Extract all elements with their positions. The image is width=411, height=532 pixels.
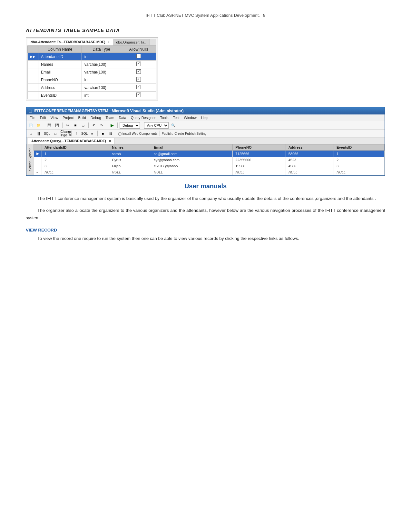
toolbar-sep6 — [142, 123, 142, 128]
result-row-name: Cyrus — [109, 157, 151, 163]
result-row-indicator — [34, 163, 42, 169]
vs-window: □ IFITTCONFERENCEMANAGENTSYSTEM - Micros… — [26, 107, 385, 176]
result-row-email: sa@gmail.com — [151, 151, 233, 157]
schema-row-colname: EventsID — [38, 92, 82, 99]
vs-doc-tab[interactable]: Attendant: Query(...TEMDBDATABASE.MDF) × — [28, 138, 114, 144]
toolbar2-sql2-btn[interactable]: SQL — [81, 130, 88, 137]
toolbar2-install-web: ◯ Install Web Components — [118, 132, 158, 135]
schema-container: dbo.Attendant: Ta...TEMDBDATABASE.MDF) ×… — [26, 37, 158, 101]
toolbar2-grid-btn[interactable]: ☷ — [107, 130, 114, 137]
schema-row-indicator — [28, 68, 38, 76]
schema-tab-bar: dbo.Attendant: Ta...TEMDBDATABASE.MDF) ×… — [27, 39, 156, 46]
toolbar-copy-btn[interactable]: ◙ — [72, 122, 79, 129]
toolbar-sep4 — [107, 123, 107, 128]
schema-row-indicator — [28, 76, 38, 84]
result-row-address: 4523 — [286, 157, 334, 163]
result-row-email: el2017@yahoo.... — [151, 163, 233, 169]
result-row-email: NULL — [151, 169, 233, 175]
header-title: IFITT Club ASP.NET MVC System Applicatio… — [146, 13, 260, 18]
vs-titlebar: □ IFITTCONFERENCEMANAGENTSYSTEM - Micros… — [26, 107, 385, 114]
menu-team[interactable]: Team — [104, 115, 116, 120]
schema-tab2[interactable]: dbo.Organizer: Ta.. — [113, 39, 150, 45]
vs-menubar: File Edit View Project Build Debug Team … — [26, 114, 385, 121]
toolbar2-sep3 — [97, 131, 98, 136]
schema-checkbox — [136, 54, 141, 58]
schema-checkbox — [136, 93, 141, 97]
menu-tools[interactable]: Tools — [158, 115, 171, 120]
schema-col-type-header: Data Type — [82, 46, 121, 53]
schema-tab1[interactable]: dbo.Attendant: Ta...TEMDBDATABASE.MDF) × — [27, 39, 113, 45]
toolbar2-btn2[interactable]: ||| — [35, 130, 42, 137]
schema-row-indicator — [28, 84, 38, 92]
result-row-id: 3 — [42, 163, 109, 169]
toolbar2-exclaim-btn[interactable]: ! — [73, 130, 80, 137]
schema-checkbox — [136, 77, 141, 82]
toolbar-saveall-btn[interactable]: 💾 — [54, 122, 60, 129]
menu-debug[interactable]: Debug — [89, 115, 103, 120]
schema-checkbox — [136, 85, 141, 89]
schema-row-datatype: varchar(100) — [82, 84, 121, 92]
vs-toolbar2: □ ||| SQL □ Change Type ▼ ! SQL ≡ ■ ☷ ◯ … — [26, 130, 385, 138]
menu-build[interactable]: Build — [76, 115, 88, 120]
menu-file[interactable]: File — [28, 115, 37, 120]
result-table-wrapper: AttendantsID Names Email PhoneNO Address… — [34, 144, 385, 175]
schema-row-allownull — [121, 61, 156, 68]
toolbar2-arrow-btn[interactable]: ■ — [100, 130, 106, 137]
schema-row-datatype: varchar(100) — [82, 61, 121, 68]
result-row-address: NULL — [286, 169, 334, 175]
menu-query-designer[interactable]: Query Designer — [129, 115, 158, 120]
result-col-attendantsid: AttendantsID — [42, 144, 109, 151]
toolbar-paste-btn[interactable]: ◡ — [80, 122, 86, 129]
menu-window[interactable]: Window — [182, 115, 199, 120]
toolbar-cpu-select[interactable]: Any CPU — [144, 122, 169, 129]
menu-help[interactable]: Help — [199, 115, 210, 120]
menu-edit[interactable]: Edit — [38, 115, 48, 120]
result-row-name: sarah — [109, 151, 151, 157]
schema-row-indicator — [28, 92, 38, 99]
section-title: ATTENDANTS TABLE SAMPLE DATA — [26, 27, 385, 33]
vs-doc-tab-close[interactable]: × — [109, 139, 111, 143]
result-col-indicator — [34, 144, 42, 151]
toolbar-cut-btn[interactable]: ✂ — [64, 122, 71, 129]
toolbar-open-btn[interactable]: 📁 — [35, 122, 42, 129]
menu-project[interactable]: Project — [61, 115, 75, 120]
toolbar-undo-btn[interactable]: ↶ — [91, 122, 97, 129]
toolbar2-btn1[interactable]: □ — [28, 130, 34, 137]
toolbar2-sep5 — [160, 131, 160, 136]
toolbar-extra-btn[interactable]: 🔍 — [170, 122, 176, 129]
toolbar2-sep2 — [71, 131, 72, 136]
menu-test[interactable]: Test — [171, 115, 181, 120]
view-record-text: To view the record one require to run th… — [26, 235, 385, 242]
menu-data[interactable]: Data — [117, 115, 128, 120]
schema-checkbox — [136, 69, 141, 74]
schema-col-nulls-header: Allow Nulls — [121, 46, 156, 53]
toolbar2-sep4 — [116, 131, 116, 136]
toolbar2-sql-label: SQL — [43, 132, 51, 135]
vs-icon: □ — [29, 108, 32, 113]
toolbar-redo-btn[interactable]: ↷ — [98, 122, 105, 129]
view-record-heading: VIEW RECORD — [26, 228, 385, 232]
result-row-indicator: • — [34, 169, 42, 175]
schema-row-indicator: ▶▶ — [28, 53, 38, 61]
toolbar2-btn3[interactable]: □ — [52, 130, 59, 137]
schema-tab1-close[interactable]: × — [108, 40, 110, 44]
result-table: AttendantsID Names Email PhoneNO Address… — [34, 144, 385, 175]
menu-view[interactable]: View — [49, 115, 60, 120]
toolbar-debug-select[interactable]: Debug — [120, 122, 140, 129]
result-row-phone: 22355666 — [233, 157, 286, 163]
result-row-id: 1 — [42, 151, 109, 157]
schema-row-colname: Address — [38, 84, 82, 92]
toolbar2-changetype-btn[interactable]: Change Type ▼ — [63, 130, 69, 137]
page-header: IFITT Club ASP.NET MVC System Applicatio… — [26, 13, 385, 18]
schema-row-datatype: int — [82, 53, 121, 61]
result-row-indicator: ▶ — [34, 151, 42, 157]
toolbar-run-btn[interactable]: ▶ — [109, 122, 115, 129]
result-row-eventsid: NULL — [334, 169, 385, 175]
toolbar2-list-btn[interactable]: ≡ — [89, 130, 95, 137]
toolbar-new-btn[interactable]: 📄 — [28, 122, 34, 129]
result-row-phone: 7125666 — [233, 151, 286, 157]
toolbar-save-btn[interactable]: 💾 — [46, 122, 53, 129]
schema-row-allownull — [121, 84, 156, 92]
schema-table: Column Name Data Type Allow Nulls ▶▶ Att… — [27, 46, 156, 99]
result-row-id: NULL — [42, 169, 109, 175]
